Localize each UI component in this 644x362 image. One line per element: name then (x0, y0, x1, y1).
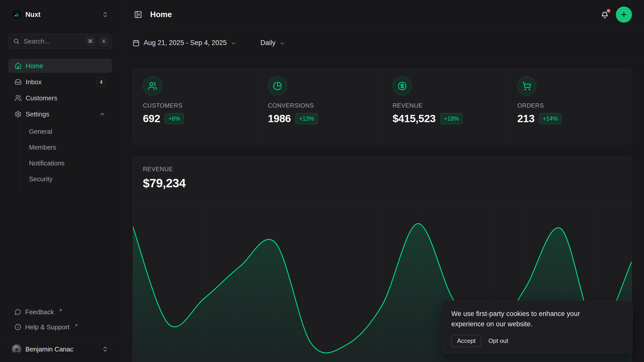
notifications-button[interactable] (599, 9, 610, 20)
sidebar-item-customers[interactable]: Customers (8, 91, 112, 105)
cookie-actions: Accept Opt out (451, 335, 623, 347)
user-menu[interactable]: Benjamin Canac (8, 341, 112, 357)
stat-label: CUSTOMERS (143, 102, 248, 109)
user-name: Benjamin Canac (25, 345, 73, 353)
stat-delta-badge: +18% (440, 113, 463, 124)
sidebar-item-settings[interactable]: Settings (8, 107, 112, 121)
users-icon (143, 76, 162, 96)
message-circle-icon (15, 309, 21, 315)
sidebar-divider (0, 338, 120, 338)
sidebar-subitem-members[interactable]: Members (20, 140, 112, 155)
kbd-cmd: ⌘ (86, 37, 95, 46)
sidebar-item-inbox[interactable]: Inbox 4 (8, 75, 112, 89)
stat-label: ORDERS (517, 102, 622, 109)
stat-label: CONVERSIONS (268, 102, 372, 109)
page-title: Home (150, 10, 172, 19)
add-button[interactable] (616, 7, 632, 23)
accept-button[interactable]: Accept (451, 335, 481, 347)
stat-value: 213 (517, 113, 535, 125)
sidebar-item-label: Customers (26, 94, 57, 102)
topbar-actions (599, 7, 632, 23)
opt-out-button[interactable]: Opt out (488, 337, 508, 344)
granularity-select[interactable]: Daily (260, 39, 285, 47)
cookie-message: We use first-party cookies to enhance yo… (451, 309, 607, 329)
stat-customers: CUSTOMERS 692 +6% (133, 69, 258, 144)
date-range-label: Aug 21, 2025 - Sep 4, 2025 (144, 39, 227, 47)
stat-revenue: REVENUE $415,523 +18% (382, 69, 507, 144)
sidebar-item-home[interactable]: Home (8, 59, 112, 73)
date-range-picker[interactable]: Aug 21, 2025 - Sep 4, 2025 (133, 39, 236, 47)
revenue-chart-label: REVENUE (143, 166, 622, 173)
sidebar-item-label: Inbox (26, 78, 42, 86)
stat-value: 1986 (268, 113, 291, 125)
stat-value: $415,523 (393, 113, 436, 125)
sidebar-item-label: Settings (26, 110, 49, 118)
settings-subnav: General Members Notifications Security (20, 123, 112, 189)
calendar-icon (133, 39, 140, 47)
chevrons-up-down-icon (102, 11, 108, 18)
nuxt-logo (12, 10, 21, 19)
sidebar-item-label: Home (26, 62, 43, 70)
chevron-down-icon (279, 41, 285, 46)
cookie-banner: We use first-party cookies to enhance yo… (442, 300, 633, 354)
pie-chart-icon (268, 76, 287, 96)
inbox-count-badge: 4 (97, 77, 106, 86)
sidebar-subitem-security[interactable]: Security (20, 171, 112, 187)
stat-label: REVENUE (393, 102, 497, 109)
revenue-chart-value: $79,234 (143, 176, 622, 190)
sidebar-nav: Home Inbox 4 Customers Settings (8, 59, 112, 189)
search-icon (13, 38, 20, 44)
feedback-label: Feedback (25, 308, 54, 316)
users-icon (15, 95, 22, 102)
circle-dollar-icon (393, 76, 412, 96)
revenue-chart-header: REVENUE $79,234 (133, 157, 632, 203)
sidebar-footer: Feedback Help & Support Benjami (8, 304, 112, 357)
help-support-label: Help & Support (25, 323, 69, 331)
avatar (12, 344, 21, 354)
inbox-icon (15, 78, 22, 85)
external-link-icon (58, 308, 63, 312)
chevron-down-icon (231, 41, 236, 46)
workspace-name: Nuxt (25, 11, 41, 19)
sidebar-collapse-button[interactable] (133, 9, 144, 20)
sidebar: Nuxt Search... ⌘ K Home (0, 0, 120, 362)
help-support-link[interactable]: Help & Support (8, 320, 112, 335)
sidebar-subitem-notifications[interactable]: Notifications (20, 155, 112, 171)
search-placeholder: Search... (24, 37, 81, 45)
filters-toolbar: Aug 21, 2025 - Sep 4, 2025 Daily (120, 29, 644, 57)
stat-delta-badge: +14% (539, 113, 561, 124)
stat-delta-badge: +13% (295, 113, 318, 124)
stat-conversions: CONVERSIONS 1986 +13% (258, 69, 382, 144)
sidebar-subitem-general[interactable]: General (20, 124, 112, 140)
chevrons-up-down-icon (102, 346, 108, 352)
topbar: Home (120, 0, 644, 29)
notification-dot (607, 9, 610, 13)
panel-left-close-icon (134, 11, 142, 19)
shopping-cart-icon (517, 76, 536, 96)
info-circle-icon (15, 324, 21, 330)
feedback-link[interactable]: Feedback (8, 304, 112, 320)
stat-value: 692 (143, 113, 160, 125)
stat-orders: ORDERS 213 +14% (507, 69, 632, 144)
home-icon (15, 62, 22, 69)
kbd-k: K (100, 37, 108, 46)
plus-icon (620, 11, 628, 19)
chevron-up-icon (99, 111, 106, 117)
gear-icon (15, 111, 22, 118)
search-input[interactable]: Search... ⌘ K (8, 34, 112, 49)
stat-delta-badge: +6% (165, 113, 184, 124)
workspace-switcher[interactable]: Nuxt (8, 7, 112, 22)
external-link-icon (74, 323, 78, 328)
granularity-label: Daily (260, 39, 275, 47)
stats-card: CUSTOMERS 692 +6% CONVERSIONS 1986 +13% (133, 69, 632, 144)
